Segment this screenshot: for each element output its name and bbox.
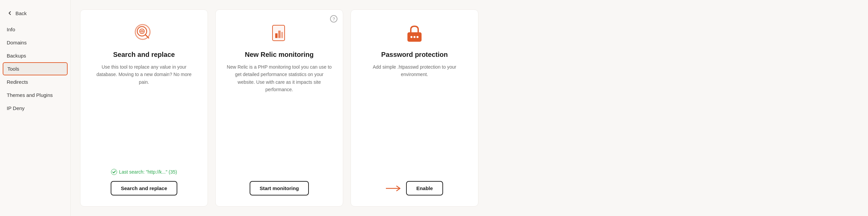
back-arrow-icon (7, 10, 13, 16)
arrow-right-icon (386, 185, 402, 192)
sidebar: Back Info Domains Backups Tools Redirect… (0, 0, 71, 216)
svg-point-4 (111, 169, 117, 175)
start-monitoring-button[interactable]: Start monitoring (250, 181, 309, 195)
sidebar-item-domains[interactable]: Domains (0, 36, 70, 49)
svg-rect-8 (281, 32, 283, 38)
sidebar-item-label: Backups (7, 53, 26, 59)
main-content: Search and replace Use this tool to repl… (71, 0, 868, 216)
password-protection-title: Password protection (381, 51, 448, 59)
svg-point-12 (416, 36, 418, 38)
svg-point-10 (410, 36, 412, 38)
new-relic-description: New Relic is a PHP monitoring tool you c… (226, 63, 332, 174)
sidebar-item-label: Info (7, 27, 15, 32)
search-replace-title: Search and replace (113, 51, 175, 59)
back-button[interactable]: Back (0, 7, 70, 23)
sidebar-item-label: Domains (7, 40, 27, 45)
new-relic-card: ? New Relic monitoring New Relic is a PH… (215, 9, 343, 207)
enable-row: Enable (386, 181, 443, 195)
sidebar-item-ip-deny[interactable]: IP Deny (0, 102, 70, 115)
svg-point-11 (413, 36, 415, 38)
search-replace-card: Search and replace Use this tool to repl… (80, 9, 208, 207)
sidebar-item-backups[interactable]: Backups (0, 49, 70, 62)
search-replace-button[interactable]: Search and replace (111, 181, 177, 195)
sidebar-item-redirects[interactable]: Redirects (0, 75, 70, 89)
sidebar-item-themes-plugins[interactable]: Themes and Plugins (0, 89, 70, 102)
password-protection-icon (403, 22, 426, 45)
enable-button[interactable]: Enable (406, 181, 443, 195)
new-relic-title: New Relic monitoring (245, 51, 314, 59)
password-protection-card: Password protection Add simple .htpasswd… (350, 9, 478, 207)
search-replace-description: Use this tool to replace any value in yo… (91, 63, 197, 162)
sidebar-item-label: Themes and Plugins (7, 92, 53, 98)
back-label: Back (16, 10, 27, 16)
sidebar-item-info[interactable]: Info (0, 23, 70, 36)
status-check-icon (111, 169, 117, 175)
search-replace-status: Last search: "http://k..." (35) (111, 169, 177, 175)
sidebar-navigation: Info Domains Backups Tools Redirects The… (0, 23, 70, 115)
password-protection-description: Add simple .htpasswd protection to your … (362, 63, 467, 174)
svg-rect-7 (278, 31, 281, 38)
sidebar-item-label: Redirects (7, 79, 28, 85)
svg-rect-6 (275, 33, 278, 38)
help-icon[interactable]: ? (330, 15, 337, 23)
search-replace-icon (132, 22, 155, 45)
new-relic-icon (268, 22, 291, 45)
sidebar-item-label: IP Deny (7, 105, 25, 111)
sidebar-item-label: Tools (7, 66, 19, 72)
sidebar-item-tools[interactable]: Tools (3, 62, 68, 75)
status-text: Last search: "http://k..." (35) (119, 169, 177, 175)
